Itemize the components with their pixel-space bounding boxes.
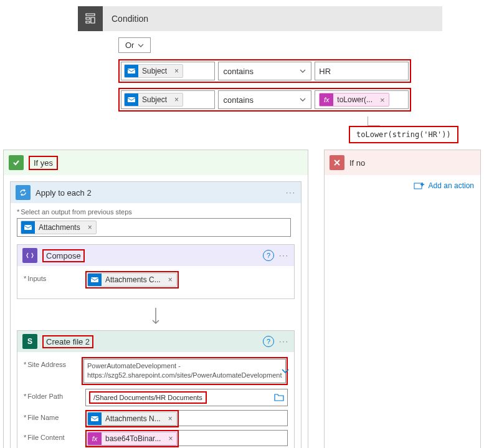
chevron-down-icon: [138, 44, 144, 47]
inputs-label: Inputs: [24, 271, 85, 282]
more-icon[interactable]: ···: [279, 337, 289, 346]
file-content-label: File Content: [24, 430, 85, 441]
token-label: Subject: [138, 95, 171, 104]
branches: If yes Apply to each 2 ··· Select an out…: [0, 150, 484, 448]
token-remove[interactable]: ×: [164, 275, 176, 284]
logic-label: Or: [125, 41, 134, 50]
fx-token-tolower[interactable]: fx toLower(... ×: [319, 93, 389, 107]
dynamic-token-attachments[interactable]: Attachments ×: [21, 221, 97, 234]
condition-operator[interactable]: contains: [218, 90, 312, 109]
branch-no-label: If no: [349, 158, 365, 168]
token-label: Attachments: [35, 223, 84, 232]
branch-yes: If yes Apply to each 2 ··· Select an out…: [3, 150, 308, 448]
compose-header[interactable]: Compose ? ···: [17, 245, 294, 266]
token-remove[interactable]: ×: [171, 67, 183, 75]
outlook-icon: [88, 412, 102, 426]
compose-title: Compose: [42, 249, 85, 262]
apply-to-each-card: Apply to each 2 ··· Select an output fro…: [10, 181, 301, 448]
branch-yes-label: If yes: [29, 156, 58, 170]
token-remove[interactable]: ×: [171, 95, 183, 104]
create-file-header[interactable]: S Create file 2 ? ···: [17, 331, 294, 352]
outlook-icon: [21, 221, 35, 234]
outlook-icon: [125, 93, 138, 107]
svg-rect-4: [91, 416, 98, 421]
condition-row: Subject × contains fx toLower(... ×: [118, 88, 411, 112]
condition-header[interactable]: Condition: [78, 6, 442, 31]
create-file-card: S Create file 2 ? ··· Site Address: [17, 330, 295, 448]
more-icon[interactable]: ···: [279, 251, 289, 260]
condition-operator[interactable]: contains: [218, 62, 312, 80]
folder-path-input[interactable]: /Shared Documents/HR Documents: [85, 389, 288, 406]
fx-token-base64[interactable]: fx base64ToBinar... ×: [87, 432, 177, 446]
loop-icon: [16, 185, 31, 200]
flow-arrow: [17, 304, 295, 330]
operator-label: contains: [224, 95, 254, 105]
compose-card: Compose ? ··· Inputs: [17, 244, 295, 299]
chevron-down-icon: [300, 69, 306, 73]
branch-no: If no Add an action: [324, 150, 481, 448]
svg-rect-2: [24, 225, 32, 230]
right-value: HR: [319, 67, 331, 76]
apply-to-each-title: Apply to each 2: [36, 188, 286, 198]
fx-callout: toLower(string('HR')): [349, 117, 484, 143]
file-name-label: File Name: [24, 410, 85, 421]
condition-right-operand[interactable]: fx toLower(... ×: [315, 90, 409, 109]
token-label: Subject: [138, 67, 171, 75]
add-action-link[interactable]: Add an action: [325, 175, 480, 196]
fx-icon: fx: [320, 93, 333, 107]
site-address-text: PowerAutomateDevelopment - https://szg52…: [87, 361, 282, 381]
token-label: base64ToBinar...: [102, 434, 164, 443]
site-address-input[interactable]: PowerAutomateDevelopment - https://szg52…: [83, 359, 286, 383]
dynamic-token-attachments-content[interactable]: Attachments C... ×: [87, 273, 177, 287]
select-output-label: Select an output from previous steps: [17, 208, 295, 216]
folder-picker-icon[interactable]: [274, 393, 284, 401]
sharepoint-icon: S: [22, 334, 37, 349]
token-label: Attachments C...: [102, 275, 164, 284]
token-remove[interactable]: ×: [376, 95, 389, 105]
token-label: Attachments N...: [102, 414, 164, 423]
create-file-title: Create file 2: [42, 335, 93, 348]
outlook-icon: [88, 273, 102, 287]
condition-icon: [78, 6, 103, 31]
chevron-down-icon: [300, 98, 306, 102]
add-action-label: Add an action: [429, 181, 474, 190]
add-action-icon: [414, 181, 425, 190]
close-icon: [330, 155, 344, 170]
dynamic-token-subject[interactable]: Subject ×: [124, 93, 183, 107]
compose-icon: [22, 248, 37, 263]
operator-label: contains: [224, 67, 254, 76]
dynamic-token-subject[interactable]: Subject ×: [124, 64, 183, 78]
branch-no-header: If no: [325, 150, 480, 175]
condition-title: Condition: [103, 14, 148, 24]
help-icon[interactable]: ?: [263, 336, 274, 347]
more-icon[interactable]: ···: [286, 188, 296, 197]
folder-path-value: /Shared Documents/HR Documents: [91, 393, 205, 403]
apply-to-each-header[interactable]: Apply to each 2 ···: [11, 182, 301, 203]
fx-icon: fx: [88, 432, 102, 446]
check-icon: [9, 155, 24, 170]
condition-left-operand[interactable]: Subject ×: [121, 62, 215, 80]
condition-body: Or Subject × contains HR: [118, 37, 484, 143]
svg-rect-3: [91, 277, 98, 282]
token-remove[interactable]: ×: [84, 223, 96, 232]
token-label: toLower(...: [333, 95, 376, 104]
site-address-label: Site Address: [24, 357, 82, 368]
logic-dropdown[interactable]: Or: [118, 37, 151, 53]
svg-rect-1: [128, 97, 135, 102]
chevron-down-icon: [282, 369, 289, 373]
svg-rect-0: [128, 69, 135, 74]
condition-right-operand[interactable]: HR: [315, 62, 409, 80]
dynamic-token-attachments-name[interactable]: Attachments N... ×: [87, 412, 177, 426]
branch-yes-header: If yes: [4, 150, 308, 175]
condition-row: Subject × contains HR: [118, 59, 411, 83]
outlook-icon: [125, 64, 138, 78]
callout-text: toLower(string('HR')): [349, 126, 458, 143]
token-remove[interactable]: ×: [164, 414, 176, 423]
help-icon[interactable]: ?: [263, 250, 274, 261]
select-output-input[interactable]: Attachments ×: [17, 218, 291, 237]
folder-path-label: Folder Path: [24, 389, 85, 400]
token-remove[interactable]: ×: [164, 434, 176, 443]
condition-left-operand[interactable]: Subject ×: [121, 90, 215, 109]
